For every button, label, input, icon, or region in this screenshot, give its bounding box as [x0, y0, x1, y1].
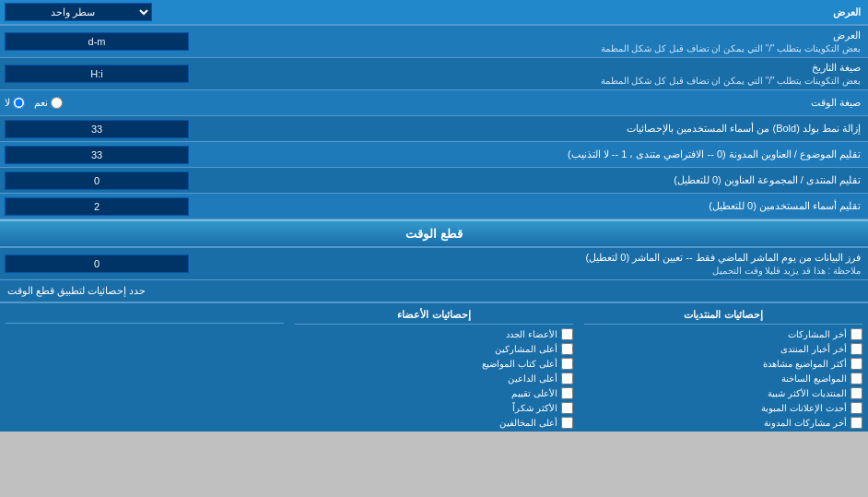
checkbox-new-members[interactable]: الأعضاء الجدد	[295, 328, 573, 340]
cell-spacing-label: تقليم أسماء المستخدمين (0 للتعطيل)	[258, 196, 868, 216]
checkbox-similar-forums-input[interactable]	[850, 387, 862, 399]
topic-format-row: إزالة نمط بولد (Bold) من أسماء المستخدمي…	[0, 116, 868, 142]
display-section-header: العرض سطر واحد سطرين ثلاثة أسطر	[0, 0, 868, 26]
time-format-row: صيغة التاريخ بعض التكوينات يتطلب "/" الت…	[0, 58, 868, 90]
checkbox-most-thanked[interactable]: الأكثر شكراً	[295, 402, 573, 414]
checkbox-last-news-input[interactable]	[850, 343, 862, 355]
display-select[interactable]: سطر واحد سطرين ثلاثة أسطر	[5, 3, 152, 21]
checkbox-top-posters[interactable]: أعلى المشاركين	[295, 343, 573, 355]
bold-no-radio[interactable]	[13, 97, 25, 109]
date-format-input-wrapper[interactable]	[0, 30, 258, 53]
bold-yes-radio[interactable]	[51, 97, 63, 109]
checkbox-top-violators[interactable]: أعلى المخالفين	[295, 417, 573, 429]
time-format-input-wrapper[interactable]	[0, 62, 258, 86]
checkbox-top-topic-writers[interactable]: أعلى كتاب المواضيع	[295, 358, 573, 370]
checkbox-most-viewed-input[interactable]	[850, 358, 862, 370]
checkbox-new-members-input[interactable]	[561, 328, 573, 340]
checkbox-top-topic-writers-input[interactable]	[561, 358, 573, 370]
checkbox-latest-classifieds[interactable]: أحدث الإعلانات المبوبة	[584, 402, 862, 414]
section-title-label: العرض	[258, 3, 868, 22]
time-format-input[interactable]	[5, 65, 189, 83]
checkbox-last-blog-posts-input[interactable]	[850, 417, 862, 429]
forum-trim-input-wrapper[interactable]	[0, 143, 258, 167]
bold-remove-row: صيغة الوقت نعم لا	[0, 90, 868, 116]
topic-format-input-wrapper[interactable]	[0, 117, 258, 141]
bold-no-label[interactable]: لا	[5, 97, 25, 109]
topic-format-label: إزالة نمط بولد (Bold) من أسماء المستخدمي…	[258, 119, 868, 138]
user-trim-input-wrapper[interactable]	[0, 169, 258, 193]
checkbox-most-viewed[interactable]: أكثر المواضيع مشاهدة	[584, 358, 862, 370]
limit-row: حدد إحصائيات لتطبيق قطع الوقت	[0, 280, 868, 302]
checkbox-hot-topics[interactable]: المواضيع الساخنة	[584, 373, 862, 385]
checkbox-last-blog-posts[interactable]: أخر مشاركات المدونة	[584, 417, 862, 429]
cell-spacing-input-wrapper[interactable]	[0, 195, 258, 219]
forum-trim-row: تقليم الموضوع / العناوين المدونة (0 -- ا…	[0, 142, 868, 168]
checkboxes-section: إحصائيات المنتديات أخر المشاركات أخر أخب…	[0, 302, 868, 432]
user-trim-input[interactable]	[5, 172, 189, 190]
forum-trim-input[interactable]	[5, 146, 189, 164]
user-trim-row: تقليم المنتدى / المجموعة العناوين (0 للت…	[0, 168, 868, 194]
checkbox-latest-classifieds-input[interactable]	[850, 402, 862, 414]
checkbox-top-rated-input[interactable]	[561, 387, 573, 399]
time-format-label: صيغة التاريخ بعض التكوينات يتطلب "/" الت…	[258, 58, 868, 89]
checkbox-last-posts-input[interactable]	[850, 328, 862, 340]
date-format-label: العرض بعض التكوينات يتطلب "/" التي يمكن …	[258, 26, 868, 57]
cutoff-label: فرز البيانات من يوم الماشر الماضي فقط --…	[258, 248, 868, 279]
date-format-row: العرض بعض التكوينات يتطلب "/" التي يمكن …	[0, 26, 868, 58]
bold-remove-radio-wrapper[interactable]: نعم لا	[0, 94, 258, 112]
checkbox-top-referrers-input[interactable]	[561, 373, 573, 385]
forum-trim-label: تقليم الموضوع / العناوين المدونة (0 -- ا…	[258, 145, 868, 164]
extra-col-header	[6, 309, 284, 324]
bold-remove-label: صيغة الوقت	[258, 93, 868, 112]
cell-spacing-row: تقليم أسماء المستخدمين (0 للتعطيل)	[0, 194, 868, 219]
extra-col	[0, 309, 289, 432]
checkbox-top-rated[interactable]: الأعلى تقييم	[295, 387, 573, 399]
checkbox-last-news[interactable]: أخر أخبار المنتدى	[584, 343, 862, 355]
checkbox-last-posts[interactable]: أخر المشاركات	[584, 328, 862, 340]
cutoff-row: فرز البيانات من يوم الماشر الماضي فقط --…	[0, 248, 868, 280]
forum-stats-col: إحصائيات المنتديات أخر المشاركات أخر أخب…	[579, 309, 868, 432]
member-stats-header: إحصائيات الأعضاء	[295, 309, 573, 325]
topic-format-input[interactable]	[5, 120, 189, 138]
checkbox-most-thanked-input[interactable]	[561, 402, 573, 414]
cutoff-input[interactable]	[5, 254, 189, 273]
bold-yes-label[interactable]: نعم	[34, 97, 63, 109]
checkbox-top-posters-input[interactable]	[561, 343, 573, 355]
forum-stats-header: إحصائيات المنتديات	[584, 309, 862, 325]
date-format-input[interactable]	[5, 32, 189, 51]
member-stats-col: إحصائيات الأعضاء الأعضاء الجدد أعلى المش…	[289, 309, 579, 432]
user-trim-label: تقليم المنتدى / المجموعة العناوين (0 للت…	[258, 171, 868, 190]
cutoff-section-header: قطع الوقت	[0, 219, 868, 248]
cell-spacing-input[interactable]	[5, 197, 189, 216]
cutoff-input-wrapper[interactable]	[0, 252, 258, 276]
checkbox-top-referrers[interactable]: أعلى الداعين	[295, 373, 573, 385]
display-select-wrapper[interactable]: سطر واحد سطرين ثلاثة أسطر	[0, 0, 258, 24]
checkbox-top-violators-input[interactable]	[561, 417, 573, 429]
checkbox-hot-topics-input[interactable]	[850, 373, 862, 385]
bold-radio-group: نعم لا	[5, 97, 63, 109]
checkbox-similar-forums[interactable]: المنتديات الأكثر شبية	[584, 387, 862, 399]
